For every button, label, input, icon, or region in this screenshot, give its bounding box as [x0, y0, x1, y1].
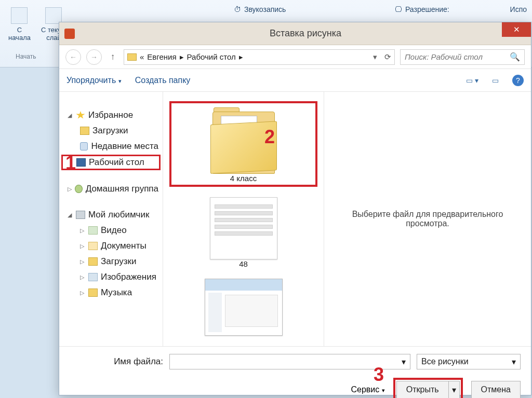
help-button[interactable]: ? — [512, 75, 524, 86]
item-ppt[interactable] — [169, 279, 317, 336]
search-icon[interactable]: 🔍 — [510, 52, 520, 62]
file-list[interactable]: 4 класс 48 — [163, 92, 324, 346]
service-button[interactable]: Сервис ▾ — [351, 385, 385, 394]
sidebar-video[interactable]: ▷Видео — [61, 223, 161, 238]
new-folder-button[interactable]: Создать папку — [135, 76, 191, 85]
cancel-button[interactable]: Отмена — [471, 381, 521, 398]
sidebar-computer[interactable]: ◢Мой любимчик — [61, 207, 161, 223]
breadcrumb-prefix: « — [140, 52, 144, 61]
label: Разрешение: — [405, 5, 449, 13]
annotation-1: 1 — [65, 152, 76, 174]
forward-button[interactable]: → — [86, 49, 102, 65]
filename-label: Имя файла: — [70, 356, 163, 367]
video-icon — [88, 226, 98, 235]
up-button[interactable]: ↑ — [107, 51, 118, 63]
triangle-right-icon: ▷ — [80, 274, 85, 281]
label: Изображения — [101, 272, 156, 282]
ribbon-resolution-label: 🖵 Разрешение: — [395, 5, 449, 13]
label: Загрузки — [92, 126, 128, 136]
item-label: 48 — [239, 259, 248, 268]
command-row: Упорядочить ▾ Создать папку ▭ ▾ ▭ ? — [59, 69, 531, 92]
chevron-down-icon[interactable]: ▾ — [373, 52, 377, 62]
chevron-down-icon: ▾ — [475, 76, 478, 85]
images-icon — [88, 273, 98, 281]
monitor-icon — [76, 158, 86, 167]
address-bar[interactable]: « Евгения ▸ Рабочий стол ▸ ▾ ⟳ — [124, 49, 395, 65]
powerpoint-icon — [64, 29, 75, 39]
label: Документы — [101, 241, 147, 251]
star-icon — [76, 111, 85, 119]
search-box[interactable]: 🔍 — [400, 49, 525, 65]
label: Рабочий стол — [89, 157, 144, 168]
sidebar-homegroup[interactable]: ▷Домашняя группа — [61, 181, 161, 197]
breadcrumb-segment[interactable]: Рабочий стол — [187, 52, 236, 61]
preview-pane: Выберите файл для предварительного просм… — [324, 92, 531, 346]
item-doc-48[interactable]: 48 — [169, 197, 317, 268]
chevron-down-icon: ▾ — [118, 78, 122, 84]
organize-button[interactable]: Упорядочить ▾ — [66, 76, 122, 85]
close-button[interactable]: ✕ — [502, 22, 531, 37]
download-icon — [88, 257, 98, 266]
arrow-left-icon: ← — [70, 53, 77, 61]
annotation-2: 2 — [264, 126, 275, 148]
label: Недавние места — [91, 141, 158, 152]
item-folder-4klass[interactable]: 4 класс — [169, 101, 317, 187]
label: Домашняя группа — [86, 184, 158, 194]
document-icon — [210, 197, 277, 259]
recent-icon — [80, 142, 88, 150]
label: Мой любимчик — [88, 210, 149, 220]
homegroup-icon — [75, 185, 83, 193]
sidebar-images[interactable]: ▷Изображения — [61, 269, 161, 285]
nav-row: ← → ↑ « Евгения ▸ Рабочий стол ▸ ▾ ⟳ 🔍 — [59, 45, 531, 69]
triangle-down-icon: ◢ — [68, 112, 73, 119]
titlebar[interactable]: Вставка рисунка ✕ — [59, 22, 531, 45]
open-dropdown-button[interactable]: ▾ — [448, 381, 460, 398]
label: С — [17, 26, 22, 34]
insert-picture-dialog: Вставка рисунка ✕ ← → ↑ « Евгения ▸ Рабо… — [59, 22, 531, 395]
triangle-right-icon: ▷ — [80, 243, 85, 250]
dialog-title: Вставка рисунка — [80, 28, 531, 39]
ribbon-sound-button[interactable]: ⏱ Звукозапись — [234, 5, 286, 13]
ribbon-from-start-button[interactable]: С начала — [3, 5, 36, 44]
preview-placeholder: Выберите файл для предварительного просм… — [329, 210, 526, 228]
refresh-button[interactable]: ⟳ — [384, 52, 391, 62]
help-icon: ? — [516, 76, 520, 85]
sidebar-downloads[interactable]: Загрузки — [61, 123, 161, 139]
triangle-right-icon: ▷ — [80, 227, 85, 234]
label: Избранное — [88, 110, 133, 120]
label: Музыка — [101, 287, 132, 298]
label: Сервис — [351, 385, 380, 394]
sidebar-documents[interactable]: ▷Документы — [61, 238, 161, 254]
presentation-icon — [205, 279, 283, 336]
search-input[interactable] — [405, 52, 507, 61]
stopwatch-icon: ⏱ — [234, 5, 241, 13]
triangle-down-icon: ◢ — [68, 212, 73, 218]
music-icon — [88, 289, 98, 297]
sidebar-favorites[interactable]: ◢Избранное — [61, 107, 161, 123]
label: Видео — [101, 225, 127, 236]
filetype-combo[interactable]: Все рисунки▾ — [417, 354, 521, 369]
triangle-right-icon: ▷ — [80, 258, 85, 265]
sidebar-downloads2[interactable]: ▷Загрузки — [61, 254, 161, 269]
chevron-down-icon: ▾ — [512, 357, 516, 367]
ribbon-group-start: Начать — [16, 52, 36, 61]
label: Все рисунки — [421, 357, 469, 366]
breadcrumb-segment[interactable]: Евгения — [147, 52, 176, 61]
view-button[interactable]: ▭ ▾ — [466, 76, 478, 85]
sidebar-desktop[interactable]: Рабочий стол — [61, 155, 161, 170]
label: Отмена — [481, 385, 511, 394]
sidebar-recent[interactable]: Недавние места — [61, 139, 161, 154]
back-button[interactable]: ← — [65, 49, 81, 65]
preview-pane-button[interactable]: ▭ — [492, 76, 499, 85]
close-icon: ✕ — [513, 25, 520, 34]
sidebar-music[interactable]: ▷Музыка — [61, 285, 161, 300]
nav-sidebar: ◢Избранное Загрузки Недавние места Рабоч… — [59, 92, 163, 346]
monitor-icon: 🖵 — [395, 5, 402, 13]
chevron-down-icon: ▾ — [382, 387, 385, 393]
chevron-down-icon: ▾ — [402, 357, 406, 367]
triangle-right-icon: ▷ — [68, 186, 72, 193]
computer-icon — [76, 211, 85, 219]
ribbon-use-label: Испо — [510, 5, 527, 13]
label: Упорядочить — [66, 76, 116, 85]
open-button[interactable]: Открыть — [396, 381, 448, 398]
